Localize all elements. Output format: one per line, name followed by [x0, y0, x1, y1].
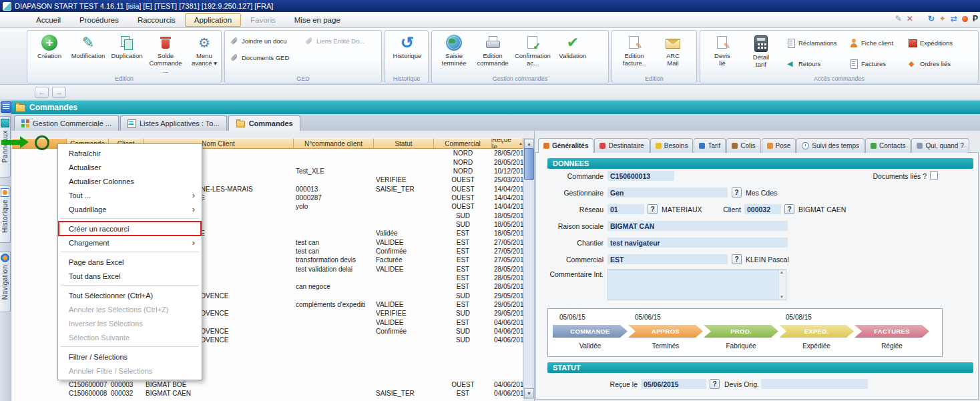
fiche-client-button[interactable]: Fiche client — [847, 37, 906, 49]
saisie-terminee-button[interactable]: Saisie terminée — [435, 32, 473, 67]
context-menu-item[interactable]: Annuler Filtre / Sélections — [59, 364, 201, 378]
menu-tab-mise-en-page[interactable]: Mise en page — [285, 13, 350, 27]
textarea-scrollbar[interactable] — [778, 270, 786, 300]
tab-listes-applicatives[interactable]: Listes Applicatives : To... — [120, 115, 227, 131]
commercial-help-button[interactable]: ? — [732, 254, 742, 264]
titlebar: DIAPASON START TEST 4.16.11 [isia] [E] [… — [0, 0, 980, 12]
expeditions-button[interactable]: Expéditions — [906, 37, 970, 49]
column-header-recue-le[interactable]: Reçue le — [492, 138, 523, 149]
retours-button[interactable]: Retours — [784, 58, 847, 69]
factures-button[interactable]: Factures — [847, 58, 906, 69]
chantier-field[interactable]: test navigateur — [607, 238, 788, 248]
context-menu-item[interactable]: Annuler les Sélections (Ctrl+Z) — [59, 302, 201, 316]
menu-avance-button[interactable]: Menu avancé ▾ — [185, 32, 224, 67]
cell-commande: C150600007 — [67, 381, 109, 388]
reseau-help-button[interactable]: ? — [648, 204, 658, 214]
back-button[interactable]: ← — [35, 87, 49, 98]
context-menu-item[interactable]: Rafraîchir — [59, 146, 201, 160]
panel-menu-icon[interactable] — [1, 101, 11, 113]
edit-icon[interactable] — [895, 15, 902, 23]
liens-entite-button[interactable]: Liens Entité Do... — [302, 35, 377, 47]
table-row[interactable]: C150600007 000003 BIGMAT BOE OUEST 04/06… — [12, 380, 523, 389]
cell-commercial: OUEST — [434, 203, 492, 210]
reseau-field[interactable]: 01 — [607, 204, 644, 214]
rail-tab-navigation[interactable]: Navigation — [0, 251, 11, 312]
transfer-icon[interactable] — [951, 15, 957, 23]
menu-tab-application[interactable]: Application — [185, 13, 241, 27]
scroll-down-icon[interactable]: ▼ — [524, 388, 534, 398]
edition-commande-button[interactable]: Edition commande — [473, 32, 512, 67]
menu-tab-procedures[interactable]: Procédures — [70, 13, 128, 27]
commercial-field[interactable]: EST — [607, 254, 728, 264]
menu-tab-accueil[interactable]: Accueil — [27, 13, 70, 27]
context-menu-item[interactable]: Inverser les Sélections — [59, 316, 201, 330]
edition-facture-button[interactable]: Edition facture.. — [615, 32, 654, 67]
tab-qui-quand[interactable]: Qui, quand ? — [911, 138, 969, 153]
client-field[interactable]: 000032 — [744, 204, 781, 214]
tab-colis[interactable]: Colis — [726, 138, 760, 153]
scrollbar-thumb[interactable] — [524, 148, 534, 180]
column-header-statut[interactable]: Statut — [374, 138, 434, 149]
tab-commandes[interactable]: Commandes — [228, 115, 300, 131]
forward-button[interactable]: → — [52, 87, 66, 98]
context-menu-item[interactable]: Filtrer / Sélections — [59, 350, 201, 364]
spark-icon[interactable] — [939, 15, 946, 23]
devis-lie-button[interactable]: Devis lié — [703, 32, 742, 67]
context-menu-item[interactable]: Sélection Suivante — [59, 330, 201, 344]
context-menu-item[interactable]: Tout ... — [59, 188, 201, 202]
tab-besoins[interactable]: Besoins — [650, 138, 694, 153]
gestionnaire-help-button[interactable]: ? — [732, 187, 742, 197]
reclamations-button[interactable]: Réclamations — [784, 37, 847, 49]
tab-destinataire[interactable]: Destinataire — [594, 138, 649, 153]
cell-commercial: EST — [434, 274, 492, 282]
documents-ged-button[interactable]: Documents GED — [228, 52, 302, 63]
cell-recue-le: 04/06/201 — [492, 381, 523, 388]
detail-tarif-button[interactable]: Détail tarif — [742, 32, 780, 69]
validation-button[interactable]: Validation — [553, 32, 592, 60]
sync-icon[interactable] — [928, 15, 935, 23]
record-icon[interactable] — [962, 16, 968, 22]
raison-sociale-field[interactable]: BIGMAT CAN — [607, 221, 788, 231]
column-header-commercial[interactable]: Commercial — [434, 138, 492, 149]
commande-field[interactable]: C150600013 — [607, 171, 674, 181]
duplication-button[interactable]: Duplication — [107, 32, 146, 60]
rail-tab-historique[interactable]: Historique — [0, 185, 11, 243]
solde-commande-button[interactable]: Solde Commande ... — [146, 32, 185, 75]
context-menu-item[interactable]: Actualiser Colonnes — [59, 174, 201, 188]
documents-lies-checkbox[interactable] — [930, 171, 938, 179]
ordres-lies-button[interactable]: Ordres liés — [906, 58, 970, 69]
client-help-button[interactable]: ? — [784, 204, 794, 214]
context-menu-item[interactable]: Tout dans Excel — [59, 269, 201, 283]
recue-le-field[interactable]: 05/06/2015 — [641, 379, 706, 389]
scroll-up-icon[interactable]: ▲ — [524, 139, 534, 149]
context-menu-item[interactable]: Quadrillage — [59, 202, 201, 216]
tab-contacts[interactable]: Contacts — [865, 138, 911, 153]
joindre-document-button[interactable]: Joindre un docu — [228, 35, 302, 47]
menu-tab-raccourcis[interactable]: Raccourcis — [128, 13, 185, 27]
table-row[interactable]: C150600008 000032 BIGMAT CAEN SAISIE_TER… — [12, 389, 523, 398]
gestionnaire-field[interactable]: Gen — [607, 187, 728, 197]
commentaire-textarea[interactable] — [607, 269, 786, 300]
tab-gestion-commerciale[interactable]: Gestion Commerciale ... — [14, 115, 119, 131]
devis-orig-field[interactable] — [761, 379, 868, 389]
context-menu-item[interactable]: Tout Sélectionner (Ctrl+A) — [59, 288, 201, 302]
tab-pose[interactable]: Pose — [762, 138, 796, 153]
arc-mail-button[interactable]: ARC Mail — [654, 32, 692, 67]
confirmation-button[interactable]: Confirmation ac... — [512, 32, 553, 67]
tab-generalites[interactable]: Généralités — [538, 138, 593, 153]
creation-button[interactable]: Création — [30, 32, 69, 60]
column-header-num-commande-client[interactable]: N°commande client — [294, 138, 374, 149]
rail-tab-panneaux[interactable]: Panneaux — [0, 116, 11, 177]
context-menu-item[interactable]: Chargement — [59, 236, 201, 250]
menu-tab-favoris[interactable]: Favoris — [241, 13, 285, 27]
historique-button[interactable]: Historique — [388, 32, 427, 60]
context-menu-item[interactable]: Créer un raccourci — [59, 222, 201, 236]
tab-suivi-des-temps[interactable]: Suivi des temps — [796, 138, 865, 153]
table-scrollbar[interactable]: ▲ ▼ — [523, 138, 533, 399]
modification-button[interactable]: Modification — [69, 32, 107, 60]
close-icon[interactable] — [907, 15, 913, 23]
tab-tarif[interactable]: Tarif — [694, 138, 726, 153]
recue-le-help-button[interactable]: ? — [710, 379, 720, 389]
context-menu-item[interactable]: Actualiser — [59, 160, 201, 174]
context-menu-item[interactable]: Page dans Excel — [59, 255, 201, 269]
